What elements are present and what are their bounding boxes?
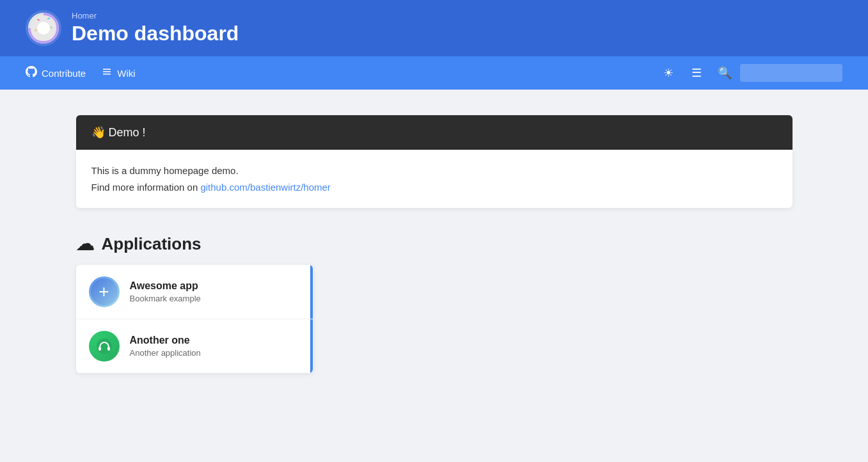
app-logo-awesome: +	[89, 276, 120, 307]
app-name-another: Another one	[130, 335, 201, 346]
plus-icon: +	[99, 283, 109, 301]
theme-icon: ☀	[663, 66, 674, 80]
navbar-left: Contribute Wiki	[26, 63, 656, 83]
headset-icon	[95, 337, 113, 355]
app-card-another[interactable]: Another one Another application	[76, 319, 313, 373]
list-icon: ☰	[691, 66, 702, 80]
header-text-container: Homer Demo dashboard	[72, 11, 239, 45]
header-logo	[26, 10, 61, 46]
demo-emoji: 👋	[91, 126, 106, 139]
svg-point-9	[97, 339, 112, 354]
app-info-another: Another one Another application	[130, 335, 201, 358]
demo-line1: This is a dummy homepage demo.	[91, 163, 777, 179]
demo-line2-prefix: Find more information on	[91, 182, 201, 193]
demo-github-link[interactable]: github.com/bastienwirtz/homer	[200, 182, 330, 193]
app-card-awesome[interactable]: + Awesome app Bookmark example	[76, 265, 313, 319]
demo-banner-container: 👋 Demo ! This is a dummy homepage demo. …	[76, 115, 793, 208]
wiki-label: Wiki	[117, 68, 135, 79]
demo-content: This is a dummy homepage demo. Find more…	[76, 150, 793, 208]
demo-banner: 👋 Demo !	[76, 115, 793, 150]
header: Homer Demo dashboard	[0, 0, 868, 56]
applications-title: Applications	[102, 234, 201, 254]
app-name-awesome: Awesome app	[130, 280, 201, 292]
wiki-icon	[101, 66, 113, 80]
svg-rect-11	[107, 347, 110, 351]
list-view-button[interactable]: ☰	[684, 60, 709, 86]
applications-section-header: ☁ Applications	[76, 234, 793, 255]
header-subtitle: Homer	[72, 11, 239, 20]
app-desc-another: Another application	[130, 348, 201, 358]
theme-toggle-button[interactable]: ☀	[656, 60, 681, 86]
search-icon: 🔍	[718, 66, 732, 80]
svg-point-3	[37, 22, 50, 35]
main-content: 👋 Demo ! This is a dummy homepage demo. …	[63, 90, 805, 399]
contribute-label: Contribute	[42, 68, 86, 79]
app-info-awesome: Awesome app Bookmark example	[130, 280, 201, 303]
search-button[interactable]: 🔍	[712, 60, 738, 86]
navbar-item-contribute[interactable]: Contribute	[26, 63, 86, 83]
search-input[interactable]	[740, 64, 842, 82]
svg-rect-10	[99, 347, 101, 351]
cloud-icon: ☁	[76, 234, 94, 255]
navbar-right: ☀ ☰ 🔍	[656, 60, 842, 86]
github-icon	[26, 66, 37, 80]
header-title: Demo dashboard	[72, 22, 239, 45]
navbar-item-wiki[interactable]: Wiki	[101, 63, 135, 83]
demo-title: Demo !	[109, 126, 146, 139]
app-cards-container: + Awesome app Bookmark example	[76, 265, 313, 373]
demo-line2: Find more information on github.com/bast…	[91, 179, 777, 196]
app-logo-another	[89, 331, 120, 362]
navbar: Contribute Wiki ☀ ☰ 🔍	[0, 56, 868, 90]
app-desc-awesome: Bookmark example	[130, 294, 201, 303]
